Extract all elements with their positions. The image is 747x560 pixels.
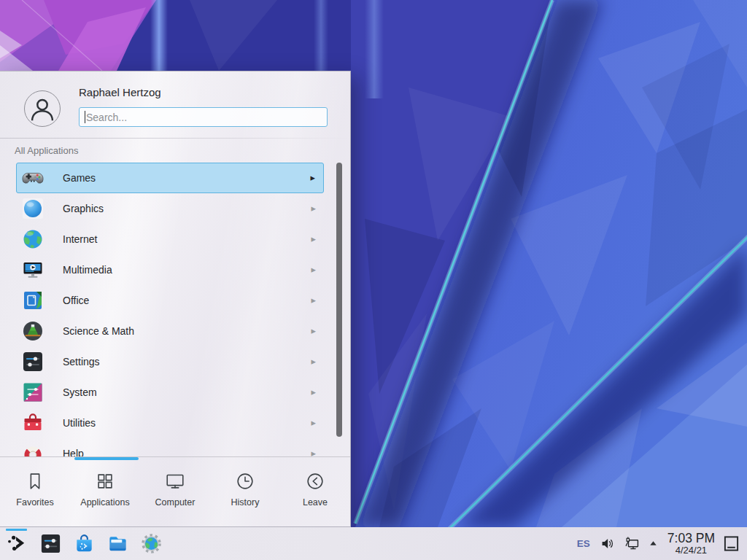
leave-icon [304, 470, 326, 492]
user-name: Raphael Hertzog [79, 86, 161, 98]
tab-history[interactable]: History [210, 460, 280, 527]
taskbar-web-browser-button[interactable] [139, 532, 163, 556]
menu-item-label: Science & Math [63, 325, 134, 337]
text-cursor [85, 111, 85, 123]
menu-item-internet[interactable]: Internet ▸ [16, 224, 324, 254]
submenu-arrow-icon: ▸ [311, 448, 316, 456]
internet-icon [21, 228, 44, 251]
clock-date: 4/24/21 [676, 545, 707, 556]
taskbar-discover-button[interactable] [72, 532, 96, 556]
menu-item-utilities[interactable]: Utilities ▸ [16, 408, 324, 438]
application-launcher-icon [6, 532, 28, 555]
history-icon [234, 470, 256, 492]
header-separator [0, 138, 350, 139]
taskbar-apps [0, 532, 163, 556]
digital-clock[interactable]: 7:03 PM 4/24/21 [667, 532, 715, 556]
help-icon [21, 442, 44, 456]
menu-item-label: Settings [63, 356, 100, 368]
discover-icon [73, 532, 96, 555]
tab-label: Leave [303, 497, 328, 508]
desktop: Raphael Hertzog All Applications [0, 0, 747, 560]
tab-computer[interactable]: Computer [140, 460, 210, 527]
section-label: All Applications [15, 145, 78, 156]
system-settings-icon [39, 532, 62, 555]
tab-label: Computer [155, 497, 196, 508]
settings-icon [21, 350, 44, 373]
multimedia-icon [21, 258, 44, 281]
menu-item-label: Multimedia [63, 264, 112, 276]
expand-tray-icon[interactable] [648, 538, 659, 549]
active-task-indicator [6, 529, 27, 531]
submenu-arrow-icon: ▸ [311, 203, 316, 214]
games-icon [21, 166, 44, 190]
taskbar-system-settings-button[interactable] [39, 532, 63, 556]
menu-item-office[interactable]: Office ▸ [16, 285, 324, 316]
system-icon [21, 381, 44, 404]
submenu-arrow-icon: ▸ [311, 386, 316, 397]
menu-item-label: Utilities [63, 417, 96, 429]
system-tray: ES 7:03 PM 4/24/21 [577, 532, 747, 556]
tab-label: Favorites [16, 497, 53, 508]
submenu-arrow-icon: ▸ [311, 417, 316, 428]
tab-label: Applications [80, 497, 129, 508]
submenu-arrow-icon: ▸ [310, 172, 315, 183]
taskbar: ES 7:03 PM 4/24/21 [0, 527, 747, 560]
category-list: Games ▸ Graphics ▸ [16, 163, 324, 456]
menu-item-label: System [63, 386, 97, 398]
keyboard-layout-indicator[interactable]: ES [577, 538, 590, 549]
user-icon [26, 92, 59, 125]
utilities-icon [21, 411, 44, 435]
volume-icon[interactable] [600, 535, 616, 552]
user-avatar[interactable] [24, 90, 61, 127]
favorites-icon [24, 470, 46, 492]
menu-item-multimedia[interactable]: Multimedia ▸ [16, 254, 324, 285]
tab-bar: Favorites Applications Computer Hist [0, 460, 350, 527]
scrollbar[interactable] [336, 163, 342, 437]
menu-item-system[interactable]: System ▸ [16, 377, 324, 408]
submenu-arrow-icon: ▸ [311, 295, 316, 306]
submenu-arrow-icon: ▸ [311, 356, 316, 367]
show-desktop-icon [723, 535, 740, 552]
show-desktop-button[interactable] [721, 532, 741, 556]
menu-item-help[interactable]: Help ▸ [16, 438, 324, 456]
applications-icon [94, 470, 116, 492]
menu-item-games[interactable]: Games ▸ [16, 163, 324, 193]
tab-applications[interactable]: Applications [70, 460, 140, 527]
tabbar-separator [0, 456, 350, 457]
menu-item-science-math[interactable]: Science & Math ▸ [16, 316, 324, 346]
search-box [79, 107, 328, 127]
dolphin-folder-icon [107, 532, 129, 555]
graphics-icon [21, 197, 44, 220]
tab-leave[interactable]: Leave [280, 460, 350, 527]
menu-item-label: Games [63, 172, 96, 184]
science-math-icon [21, 319, 44, 343]
tab-favorites[interactable]: Favorites [0, 460, 70, 527]
menu-item-label: Internet [63, 233, 97, 245]
submenu-arrow-icon: ▸ [311, 233, 316, 244]
tab-label: History [231, 497, 260, 508]
taskbar-launcher-button[interactable] [5, 532, 29, 556]
menu-item-label: Graphics [63, 203, 104, 214]
search-input[interactable] [80, 108, 327, 126]
web-browser-icon [140, 532, 163, 555]
office-icon [21, 289, 44, 312]
menu-item-label: Help [63, 448, 84, 456]
menu-item-graphics[interactable]: Graphics ▸ [16, 193, 324, 224]
submenu-arrow-icon: ▸ [311, 264, 316, 275]
menu-item-label: Office [63, 295, 89, 306]
application-launcher-menu: Raphael Hertzog All Applications [0, 71, 351, 527]
network-icon[interactable] [624, 535, 640, 552]
clock-time: 7:03 PM [667, 532, 715, 545]
menu-item-settings[interactable]: Settings ▸ [16, 346, 324, 377]
submenu-arrow-icon: ▸ [311, 325, 316, 336]
computer-icon [164, 470, 186, 492]
taskbar-file-manager-button[interactable] [106, 532, 130, 556]
